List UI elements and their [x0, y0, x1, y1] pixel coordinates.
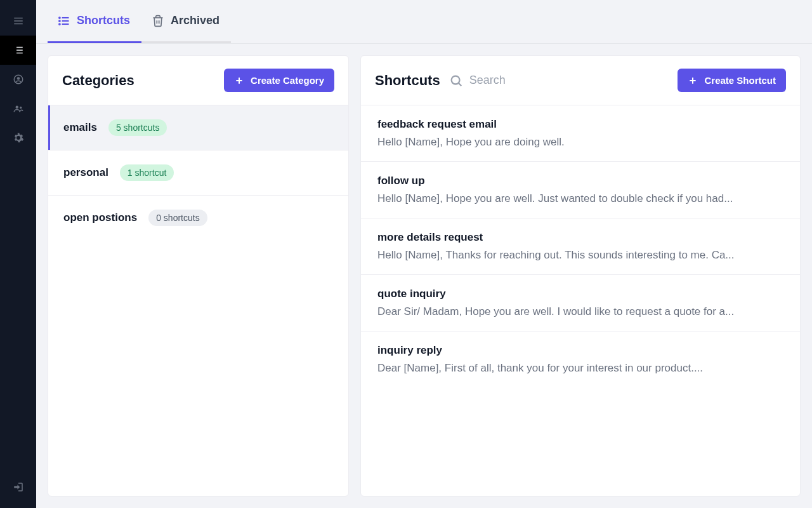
category-count-badge: 5 shortcuts	[108, 119, 167, 136]
svg-point-21	[451, 76, 459, 84]
category-item-open-positions[interactable]: open postions 0 shortcuts	[48, 195, 348, 240]
category-name: emails	[63, 121, 97, 134]
shortcut-title: inquiry reply	[377, 344, 783, 357]
categories-panel: Categories Create Category emails 5 shor…	[48, 55, 349, 497]
tabs-bar: Shortcuts Archived	[36, 0, 812, 44]
category-count-badge: 0 shortcuts	[148, 210, 207, 226]
hamburger-icon	[13, 15, 24, 27]
create-category-label: Create Category	[251, 75, 324, 86]
shortcuts-heading: Shortcuts	[375, 72, 440, 89]
create-category-button[interactable]: Create Category	[224, 69, 334, 92]
nav-team[interactable]	[0, 94, 36, 123]
logout-icon	[13, 481, 24, 493]
svg-point-12	[20, 107, 22, 109]
svg-point-17	[59, 20, 60, 22]
tab-shortcuts[interactable]: Shortcuts	[48, 0, 141, 43]
shortcuts-panel: Shortcuts Create Shortcut feedback reque…	[360, 55, 801, 497]
tab-shortcuts-label: Shortcuts	[77, 14, 130, 27]
svg-line-22	[459, 83, 461, 86]
list-icon	[58, 15, 70, 27]
category-item-personal[interactable]: personal 1 shortcut	[48, 150, 348, 195]
create-shortcut-label: Create Shortcut	[704, 75, 776, 86]
search-icon	[449, 74, 463, 88]
svg-point-16	[59, 17, 60, 18]
shortcut-preview: Dear [Name], First of all, thank you for…	[377, 362, 783, 375]
user-circle-icon	[13, 74, 24, 85]
tab-archived[interactable]: Archived	[141, 0, 231, 43]
nav-profile[interactable]	[0, 65, 36, 94]
shortcut-item[interactable]: quote inquiry Dear Sir/ Madam, Hope you …	[361, 274, 800, 331]
category-name: personal	[63, 166, 108, 179]
shortcut-preview: Hello [Name], Hope you are doing well.	[377, 136, 783, 149]
category-name: open postions	[63, 211, 137, 224]
shortcut-preview: Hello [Name], Thanks for reaching out. T…	[377, 249, 783, 262]
category-item-emails[interactable]: emails 5 shortcuts	[48, 105, 348, 150]
category-count-badge: 1 shortcut	[120, 164, 174, 181]
plus-icon	[234, 76, 244, 86]
shortcut-item[interactable]: more details request Hello [Name], Thank…	[361, 218, 800, 274]
create-shortcut-button[interactable]: Create Shortcut	[678, 69, 786, 92]
gear-icon	[13, 132, 24, 144]
svg-point-10	[16, 77, 20, 80]
shortcut-preview: Hello [Name], Hope you are well. Just wa…	[377, 192, 783, 205]
svg-point-11	[15, 106, 18, 109]
list-icon	[13, 44, 24, 56]
shortcut-item[interactable]: follow up Hello [Name], Hope you are wel…	[361, 161, 800, 218]
nav-shortcuts[interactable]	[0, 36, 36, 65]
nav-rail	[0, 0, 36, 508]
category-list: emails 5 shortcuts personal 1 shortcut o…	[48, 105, 348, 240]
search-input[interactable]	[469, 74, 669, 87]
nav-menu[interactable]	[0, 6, 36, 36]
nav-settings[interactable]	[0, 123, 36, 152]
nav-logout[interactable]	[0, 472, 36, 502]
shortcut-title: feedback request email	[377, 118, 783, 131]
shortcut-item[interactable]: feedback request email Hello [Name], Hop…	[361, 105, 800, 161]
shortcut-preview: Dear Sir/ Madam, Hope you are well. I wo…	[377, 305, 783, 318]
shortcut-item[interactable]: inquiry reply Dear [Name], First of all,…	[361, 331, 800, 387]
shortcut-list: feedback request email Hello [Name], Hop…	[361, 105, 800, 387]
shortcut-title: follow up	[377, 175, 783, 187]
users-icon	[13, 103, 24, 114]
tab-archived-label: Archived	[171, 14, 219, 27]
svg-point-18	[59, 23, 60, 25]
categories-heading: Categories	[62, 72, 134, 89]
shortcut-title: quote inquiry	[377, 288, 783, 300]
plus-icon	[688, 76, 698, 86]
shortcut-title: more details request	[377, 231, 783, 244]
trash-icon	[152, 15, 164, 27]
